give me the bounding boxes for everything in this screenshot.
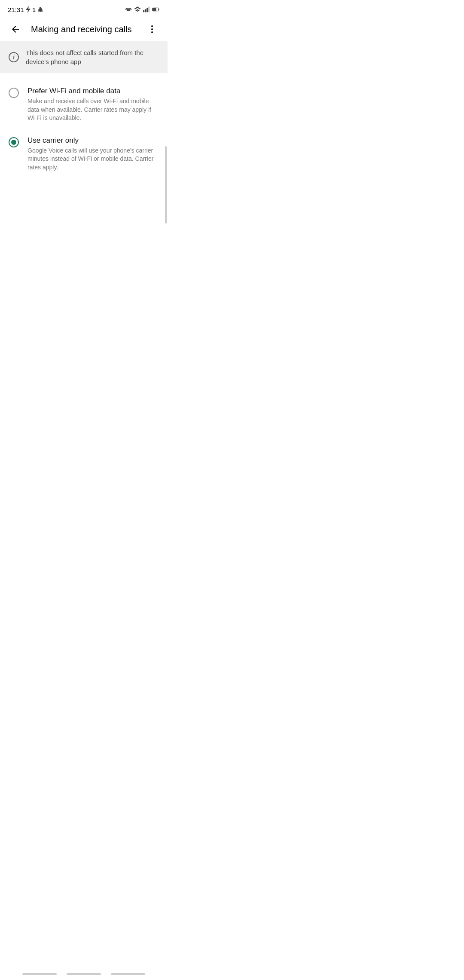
status-left: 21:31 1 <box>8 6 43 13</box>
status-bar: 21:31 1 <box>0 0 168 17</box>
svg-rect-1 <box>145 9 146 12</box>
more-options-button[interactable] <box>143 21 161 38</box>
radio-wifi-mobile[interactable] <box>9 88 19 98</box>
status-time: 21:31 <box>8 6 24 13</box>
option-wifi-mobile-desc: Make and receive calls over Wi-Fi and mo… <box>27 97 159 122</box>
radio-carrier-only-inner <box>11 140 16 145</box>
info-banner: i This does not affect calls started fro… <box>0 41 168 73</box>
option-carrier-only-content: Use carrier only Google Voice calls will… <box>27 136 159 172</box>
options-container: Prefer Wi-Fi and mobile data Make and re… <box>0 77 168 182</box>
back-button[interactable] <box>7 21 24 38</box>
signal-number-icon: 1 <box>33 6 36 13</box>
option-wifi-mobile[interactable]: Prefer Wi-Fi and mobile data Make and re… <box>0 80 168 129</box>
option-carrier-only-desc: Google Voice calls will use your phone's… <box>27 147 159 172</box>
option-wifi-mobile-title: Prefer Wi-Fi and mobile data <box>27 87 159 95</box>
notification-icon <box>37 6 43 12</box>
flash-icon <box>26 6 31 13</box>
signal-bars-icon <box>143 6 150 12</box>
svg-rect-3 <box>148 7 150 12</box>
scrollbar[interactable] <box>165 146 167 224</box>
svg-point-6 <box>151 25 153 27</box>
page-title: Making and receiving calls <box>31 24 143 34</box>
option-carrier-only-title: Use carrier only <box>27 136 159 145</box>
info-banner-text: This does not affect calls started from … <box>26 48 159 66</box>
wifi-icon <box>134 6 141 12</box>
option-carrier-only[interactable]: Use carrier only Google Voice calls will… <box>0 129 168 179</box>
svg-rect-5 <box>153 8 156 11</box>
svg-rect-0 <box>143 10 144 12</box>
radio-carrier-only[interactable] <box>9 137 19 147</box>
wifi-alt-icon <box>125 6 132 12</box>
info-icon: i <box>9 52 19 62</box>
svg-point-7 <box>151 28 153 30</box>
svg-point-8 <box>151 31 153 33</box>
svg-rect-2 <box>147 8 148 12</box>
battery-icon <box>152 6 160 12</box>
option-wifi-mobile-content: Prefer Wi-Fi and mobile data Make and re… <box>27 87 159 122</box>
app-bar: Making and receiving calls <box>0 17 168 41</box>
status-right-icons <box>125 6 160 12</box>
